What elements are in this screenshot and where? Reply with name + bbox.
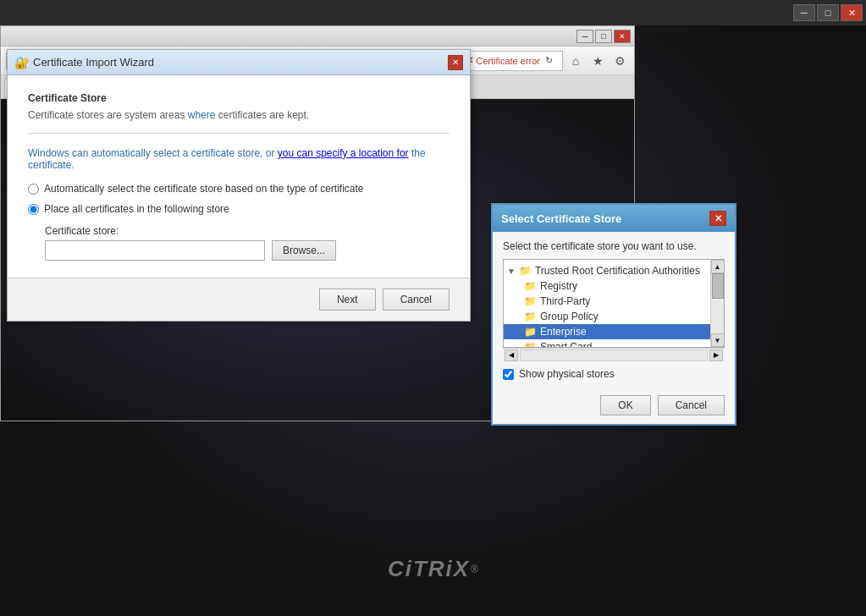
radio-place-all: Place all certificates in the following … <box>28 203 450 215</box>
refresh-button[interactable]: ↻ <box>540 52 557 69</box>
cert-store-input[interactable] <box>45 240 265 261</box>
tree-item-smart-card[interactable]: 📁 Smart Card <box>504 339 724 348</box>
tree-item-label: Group Policy <box>540 311 598 322</box>
settings-button[interactable]: ⚙ <box>610 52 629 70</box>
tree-hscrollbar: ◀ ▶ <box>503 348 725 361</box>
window-taskbar: ─ □ ✕ <box>0 0 866 25</box>
tree-item-group-policy[interactable]: 📁 Group Policy <box>504 309 724 324</box>
browser-close[interactable]: ✕ <box>614 30 631 43</box>
radio-place-all-label: Place all certificates in the following … <box>44 203 229 215</box>
browser-titlebar: ─ □ ✕ <box>1 26 634 47</box>
folder-icon: 📁 <box>519 265 532 277</box>
cert-wizard-body: Certificate Store Certificate stores are… <box>8 75 470 278</box>
divider <box>28 133 450 134</box>
tree-item-label: Third-Party <box>540 295 590 307</box>
cert-store-input-label: Certificate store: <box>45 225 450 237</box>
wizard-icon: 🔐 <box>14 56 28 69</box>
cert-error-text: Certificate error <box>476 56 540 66</box>
tree-item-enterprise[interactable]: 📁 Enterprise <box>504 324 724 339</box>
browser-maximize[interactable]: □ <box>595 30 612 43</box>
tree-scrollbar[interactable]: ▲ ▼ <box>710 260 724 347</box>
show-physical-row: Show physical stores <box>503 368 725 380</box>
cert-tree-inner: ▼ 📁 Trusted Root Certification Authoriti… <box>504 260 724 348</box>
browser-action-icons: ⌂ ★ ⚙ <box>566 52 629 70</box>
cert-store-desc-link[interactable]: where <box>188 109 216 121</box>
scroll-down[interactable]: ▼ <box>711 333 725 347</box>
folder-icon-selected: 📁 <box>524 326 537 338</box>
auto-select-link[interactable]: you can specify a location for <box>278 147 409 159</box>
folder-icon: 📁 <box>524 280 537 292</box>
hscroll-left[interactable]: ◀ <box>505 349 518 361</box>
next-button[interactable]: Next <box>319 289 376 311</box>
folder-icon: 📁 <box>524 311 537 322</box>
folder-icon: 📁 <box>524 341 537 348</box>
radio-auto-select-input[interactable] <box>28 184 39 195</box>
citrix-logo: CiTRiX ® <box>388 556 478 582</box>
maximize-button[interactable]: □ <box>817 4 839 21</box>
select-cert-ok-button[interactable]: OK <box>600 395 650 415</box>
scroll-up[interactable]: ▲ <box>711 260 725 273</box>
cert-store-heading: Certificate Store <box>28 92 450 104</box>
window-controls: ─ □ ✕ <box>793 4 863 21</box>
cert-import-wizard-dialog: 🔐 Certificate Import Wizard ✕ Certificat… <box>7 49 471 322</box>
tree-item-label: Trusted Root Certification Authorities <box>535 265 700 277</box>
tree-item-third-party[interactable]: 📁 Third-Party <box>504 294 724 309</box>
auto-select-start: Windows can automatically select a certi… <box>28 147 278 159</box>
cert-wizard-title: Certificate Import Wizard <box>33 56 154 69</box>
radio-group: Automatically select the certificate sto… <box>28 183 450 215</box>
tree-item-label: Registry <box>540 280 577 292</box>
cert-store-description: Certificate stores are system areas wher… <box>28 109 450 121</box>
show-physical-label: Show physical stores <box>519 368 615 380</box>
close-button[interactable]: ✕ <box>841 4 863 21</box>
cert-store-desc-start: Certificate stores are system areas <box>28 109 188 121</box>
tree-item-label-selected: Enterprise <box>540 326 587 338</box>
browser-minimize[interactable]: ─ <box>576 30 593 43</box>
show-physical-checkbox[interactable] <box>503 369 514 380</box>
cert-wizard-titlebar: 🔐 Certificate Import Wizard ✕ <box>8 50 470 75</box>
folder-icon: 📁 <box>524 295 537 307</box>
select-cert-close-button[interactable]: ✕ <box>709 211 726 226</box>
select-cert-title: Select Certificate Store <box>501 212 621 225</box>
hscroll-right[interactable]: ▶ <box>709 349 723 361</box>
select-cert-cancel-button[interactable]: Cancel <box>658 395 725 415</box>
home-button[interactable]: ⌂ <box>566 52 585 70</box>
citrix-logo-text: CiTRiX <box>388 556 470 582</box>
hscroll-track <box>520 349 708 361</box>
cert-store-input-row: Browse... <box>45 240 450 261</box>
cert-error-badge: ✕ Certificate error <box>466 55 540 66</box>
auto-select-text: Windows can automatically select a certi… <box>28 147 450 171</box>
cancel-button[interactable]: Cancel <box>383 289 450 311</box>
scroll-track <box>711 273 724 333</box>
radio-auto-select-label: Automatically select the certificate sto… <box>44 183 364 195</box>
citrix-trademark: ® <box>471 564 478 575</box>
cert-store-field: Certificate store: Browse... <box>45 225 450 261</box>
radio-place-all-input[interactable] <box>28 204 39 215</box>
select-cert-footer: OK Cancel <box>493 395 735 424</box>
scroll-thumb[interactable] <box>712 273 724 299</box>
browse-button[interactable]: Browse... <box>272 240 336 261</box>
minimize-button[interactable]: ─ <box>793 4 815 21</box>
select-cert-description: Select the certificate store you want to… <box>503 240 725 252</box>
tree-item-registry[interactable]: 📁 Registry <box>504 278 724 294</box>
cert-store-tree[interactable]: ▼ 📁 Trusted Root Certification Authoriti… <box>503 259 725 348</box>
select-cert-titlebar: Select Certificate Store ✕ <box>493 205 735 232</box>
tree-item-trusted-root[interactable]: ▼ 📁 Trusted Root Certification Authoriti… <box>504 263 724 278</box>
cert-store-desc-end: certificates are kept. <box>218 109 309 121</box>
select-cert-store-dialog: Select Certificate Store ✕ Select the ce… <box>491 203 736 426</box>
select-cert-body: Select the certificate store you want to… <box>493 232 735 395</box>
tree-item-label: Smart Card <box>540 341 592 348</box>
radio-auto-select: Automatically select the certificate sto… <box>28 183 450 195</box>
cert-wizard-close-button[interactable]: ✕ <box>448 55 463 70</box>
cert-wizard-footer: Next Cancel <box>8 278 470 321</box>
expand-icon: ▼ <box>507 267 516 276</box>
favorites-button[interactable]: ★ <box>588 52 607 70</box>
